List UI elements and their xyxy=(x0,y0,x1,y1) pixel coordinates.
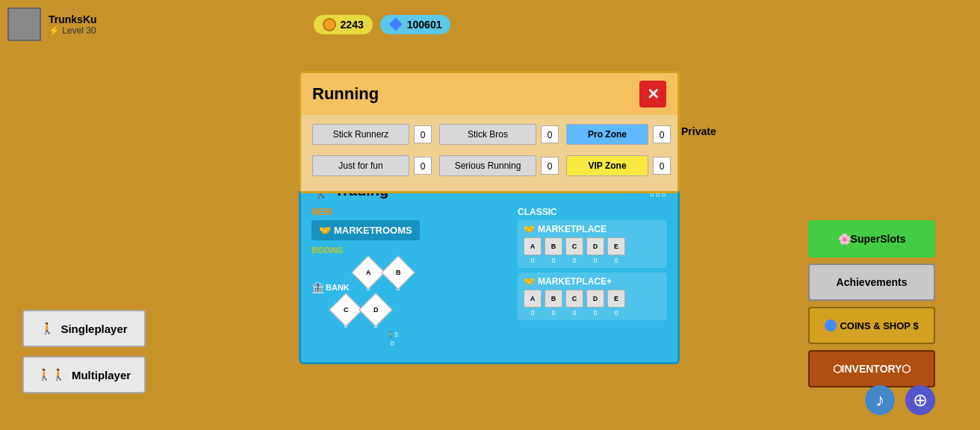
just-for-fun-row: Just for fun 0 xyxy=(312,155,432,176)
pro-zone-button[interactable]: Pro Zone xyxy=(566,124,648,145)
pro-zone-row: Pro Zone 0 xyxy=(566,124,671,145)
inventory-button[interactable]: ⬡ INVENTORY ⬡ xyxy=(808,350,935,387)
slot-b[interactable]: B xyxy=(545,237,562,255)
plus-slot-e[interactable]: E xyxy=(607,290,625,308)
slot-a[interactable]: A xyxy=(524,237,542,255)
bank-icon: 🏦 xyxy=(311,281,324,293)
inventory-icon-right: ⬡ xyxy=(902,363,911,375)
multiplayer-button[interactable]: 🚶🚶 Multiplayer xyxy=(22,356,146,393)
plus-slot-d[interactable]: D xyxy=(586,290,604,308)
marketplace-plus-slots: A B C D E xyxy=(524,290,661,308)
singleplayer-button[interactable]: 🚶 Singleplayer xyxy=(22,310,146,347)
marketplace-plus-counts: 0 0 0 0 0 xyxy=(524,309,661,317)
slot-c[interactable]: C xyxy=(565,237,583,255)
superslots-button[interactable]: 🌸 SuperSlots xyxy=(808,220,935,258)
running-modal-header: Running ✕ xyxy=(301,73,677,115)
multiplayer-icon: 🚶🚶 xyxy=(37,368,66,381)
marketplace-plus-title: 🤝 MARKETPLACE+ xyxy=(524,276,661,287)
stick-bros-count: 0 xyxy=(541,125,559,143)
achievements-button[interactable]: Achievements xyxy=(808,264,935,301)
gold-badge: 2243 xyxy=(314,15,373,34)
avatar xyxy=(7,7,41,41)
discord-icon: ⊕ xyxy=(913,390,928,411)
marketrooms-label: MARKETROOMS xyxy=(334,225,412,236)
left-trading-section: NEW 🤝 MARKETROOMS BIDDING A xyxy=(311,207,510,353)
running-title: Running xyxy=(312,84,379,104)
private-label: Private xyxy=(681,125,716,137)
inventory-icon: ⬡ xyxy=(833,363,842,375)
just-for-fun-count: 0 xyxy=(414,157,432,175)
marketplace-plus-section: 🤝 MARKETPLACE+ A B C D E 0 0 0 0 0 xyxy=(518,272,667,320)
bank-label: BANK xyxy=(326,283,350,292)
level-icon: ⚡ xyxy=(49,25,60,36)
bidding-section: BIDDING A 0 B 0 xyxy=(311,246,510,353)
gold-amount: 2243 xyxy=(341,19,364,31)
trading-inner: NEW 🤝 MARKETROOMS BIDDING A xyxy=(311,207,667,353)
coin-icon xyxy=(323,18,336,31)
music-button[interactable]: ♪ xyxy=(865,385,895,415)
vip-zone-count: 0 xyxy=(653,157,671,175)
coins-shop-button[interactable]: COINS & SHOP $ xyxy=(808,307,935,344)
pro-zone-count: 0 xyxy=(653,125,671,143)
marketplace-title: 🤝 MARKETPLACE xyxy=(524,224,661,234)
marketplace-section: 🤝 MARKETPLACE A B C D E 0 0 0 0 0 xyxy=(518,220,667,268)
bidding-label: BIDDING xyxy=(311,246,510,255)
stick-runnerz-count: 0 xyxy=(414,125,432,143)
level-label: ⚡ Level 30 xyxy=(49,25,97,36)
plus-slot-b[interactable]: B xyxy=(545,290,562,308)
running-modal-body: Stick Runnerz 0 Just for fun 0 Stick Bro… xyxy=(301,115,677,191)
vip-zone-button[interactable]: VIP Zone xyxy=(566,155,648,176)
serious-running-button[interactable]: Serious Running xyxy=(439,155,536,176)
stick-bros-button[interactable]: Stick Bros xyxy=(439,124,536,145)
gem-amount: 100601 xyxy=(407,19,442,31)
serious-running-count: 0 xyxy=(541,157,559,175)
stick-runnerz-row: Stick Runnerz 0 xyxy=(312,124,432,145)
marketplace-counts: 0 0 0 0 0 xyxy=(524,257,661,264)
stick-bros-row: Stick Bros 0 xyxy=(439,124,559,145)
classic-section-label: CLASSIC xyxy=(518,207,667,217)
user-info: TrunksKu ⚡ Level 30 xyxy=(49,13,97,36)
vip-zone-row: VIP Zone 0 xyxy=(566,155,671,176)
marketrooms-box[interactable]: 🤝 MARKETROOMS xyxy=(311,220,420,240)
gem-icon xyxy=(389,18,403,31)
slot-e[interactable]: E xyxy=(607,237,625,255)
top-bar: TrunksKu ⚡ Level 30 2243 100601 xyxy=(7,7,450,41)
left-panel: 🚶 Singleplayer 🚶🚶 Multiplayer xyxy=(22,310,146,393)
new-section-label: NEW xyxy=(311,207,510,217)
right-trading-section: CLASSIC 🤝 MARKETPLACE A B C D E 0 0 0 xyxy=(518,207,667,353)
close-button[interactable]: ✕ xyxy=(639,81,666,108)
running-modal: Running ✕ Stick Runnerz 0 Just for fun 0… xyxy=(299,71,680,193)
superslots-icon: 🌸 xyxy=(838,233,851,245)
discord-button[interactable]: ⊕ xyxy=(905,385,935,415)
music-icon: ♪ xyxy=(875,390,884,411)
marketrooms-icon: 🤝 xyxy=(319,225,331,236)
marketplace-slots: A B C D E xyxy=(524,237,661,255)
username: TrunksKu xyxy=(49,13,97,25)
just-for-fun-button[interactable]: Just for fun xyxy=(312,155,409,176)
right-panel: 🌸 SuperSlots Achievements COINS & SHOP $… xyxy=(808,220,935,387)
serious-running-row: Serious Running 0 xyxy=(439,155,559,176)
stick-runnerz-button[interactable]: Stick Runnerz xyxy=(312,124,409,145)
trading-modal: 🚶 Trading ⠿⠿⠿⠿⠿⠿ NEW 🤝 MARKETROOMS BIDDI… xyxy=(299,170,680,364)
coins-icon xyxy=(825,320,837,331)
bottom-right-icons: ♪ ⊕ xyxy=(865,385,935,415)
slot-d[interactable]: D xyxy=(586,237,604,255)
plus-slot-a[interactable]: A xyxy=(524,290,542,308)
singleplayer-icon: 🚶 xyxy=(40,322,55,335)
gem-badge: 100601 xyxy=(380,15,451,34)
plus-slot-c[interactable]: C xyxy=(565,290,583,308)
